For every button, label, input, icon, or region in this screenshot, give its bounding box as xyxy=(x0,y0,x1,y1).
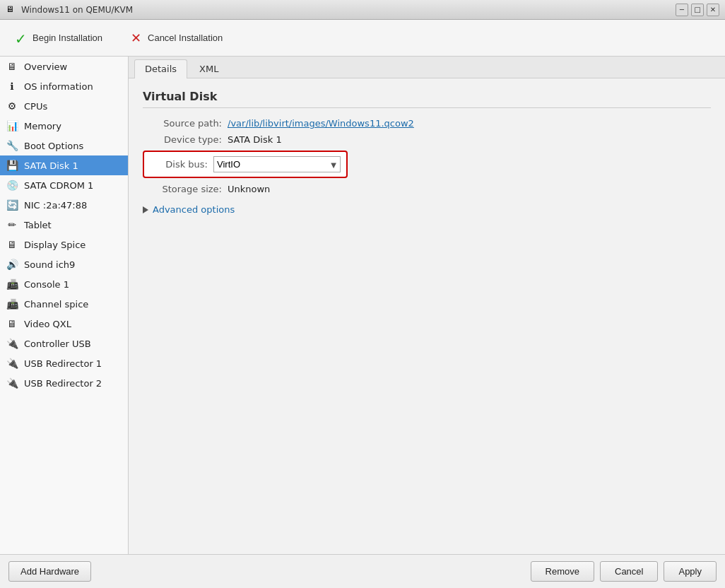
add-hardware-button[interactable]: Add Hardware xyxy=(8,561,91,582)
tab-xml[interactable]: XML xyxy=(189,59,229,78)
sidebar-item-channel-spice[interactable]: 📠Channel spice xyxy=(0,294,128,314)
sidebar-item-memory[interactable]: 📊Memory xyxy=(0,116,128,136)
bottom-right: Remove Cancel Apply xyxy=(531,561,717,582)
sidebar-item-nic[interactable]: 🔄NIC :2a:47:88 xyxy=(0,195,128,215)
tab-details[interactable]: Details xyxy=(134,59,187,78)
sidebar-item-os-information[interactable]: ℹOS information xyxy=(0,76,128,96)
display-spice-icon: 🖥 xyxy=(6,238,18,251)
usb-redirector-2-icon: 🔌 xyxy=(6,377,18,389)
maximize-button[interactable]: □ xyxy=(691,4,704,16)
advanced-options-row[interactable]: Advanced options xyxy=(143,204,711,215)
cpus-icon: ⚙ xyxy=(6,100,18,112)
device-type-label: Device type: xyxy=(143,134,228,145)
boot-options-label: Boot Options xyxy=(24,141,83,151)
minimize-button[interactable]: − xyxy=(676,4,688,16)
source-path-row: Source path: /var/lib/libvirt/images/Win… xyxy=(143,118,711,129)
video-qxl-label: Video QXL xyxy=(24,319,71,329)
sidebar-item-sound-ich9[interactable]: 🔊Sound ich9 xyxy=(0,254,128,274)
sata-cdrom-1-icon: 💿 xyxy=(6,179,18,192)
device-type-row: Device type: SATA Disk 1 xyxy=(143,134,711,145)
boot-options-icon: 🔧 xyxy=(6,139,18,152)
os-information-icon: ℹ xyxy=(6,80,18,93)
cancel-installation-button[interactable]: ✕ Cancel Installation xyxy=(122,28,228,49)
storage-size-value: Unknown xyxy=(228,184,270,194)
tablet-label: Tablet xyxy=(24,220,52,230)
bottom-bar: Add Hardware Remove Cancel Apply xyxy=(0,554,725,588)
sidebar-item-usb-redirector-2[interactable]: 🔌USB Redirector 2 xyxy=(0,373,128,393)
sidebar-item-usb-redirector-1[interactable]: 🔌USB Redirector 1 xyxy=(0,353,128,373)
sidebar-item-video-qxl[interactable]: 🖥Video QXL xyxy=(0,314,128,334)
overview-icon: 🖥 xyxy=(6,60,18,73)
sidebar-item-display-spice[interactable]: 🖥Display Spice xyxy=(0,235,128,254)
window-title: Windows11 on QEMU/KVM xyxy=(21,5,133,15)
device-type-value: SATA Disk 1 xyxy=(228,134,282,145)
cancel-installation-label: Cancel Installation xyxy=(148,33,223,43)
usb-redirector-1-label: USB Redirector 1 xyxy=(24,358,102,369)
disk-bus-label: Disk bus: xyxy=(150,159,213,170)
triangle-right-icon xyxy=(143,206,148,213)
controller-usb-label: Controller USB xyxy=(24,339,91,349)
sidebar: 🖥OverviewℹOS information⚙CPUs📊Memory🔧Boo… xyxy=(0,57,129,554)
disk-bus-select-wrapper: VirtIOIDESATASCSIUSBSD xyxy=(213,156,341,172)
advanced-options-label: Advanced options xyxy=(153,204,235,215)
nic-label: NIC :2a:47:88 xyxy=(24,200,87,211)
memory-icon: 📊 xyxy=(6,119,18,132)
source-path-value[interactable]: /var/lib/libvirt/images/Windows11.qcow2 xyxy=(228,118,414,129)
app-icon: 🖥 xyxy=(6,4,17,16)
sidebar-item-sata-disk-1[interactable]: 💾SATA Disk 1 xyxy=(0,155,128,175)
disk-bus-row: Disk bus: VirtIOIDESATASCSIUSBSD xyxy=(143,151,348,178)
channel-spice-label: Channel spice xyxy=(24,299,88,310)
content-area: DetailsXML Virtual Disk Source path: /va… xyxy=(129,57,725,554)
disk-bus-select[interactable]: VirtIOIDESATASCSIUSBSD xyxy=(213,156,341,172)
sidebar-item-tablet[interactable]: ✏Tablet xyxy=(0,215,128,235)
storage-size-label: Storage size: xyxy=(143,184,228,194)
titlebar-left: 🖥 Windows11 on QEMU/KVM xyxy=(6,4,133,16)
sidebar-item-cpus[interactable]: ⚙CPUs xyxy=(0,96,128,116)
overview-label: Overview xyxy=(24,61,67,72)
tablet-icon: ✏ xyxy=(6,218,18,231)
sidebar-item-overview[interactable]: 🖥Overview xyxy=(0,57,128,76)
remove-button[interactable]: Remove xyxy=(531,561,594,582)
check-icon: ✓ xyxy=(13,30,28,46)
os-information-label: OS information xyxy=(24,81,93,92)
controller-usb-icon: 🔌 xyxy=(6,337,18,350)
sound-ich9-label: Sound ich9 xyxy=(24,259,75,270)
cancel-button[interactable]: Cancel xyxy=(600,561,658,582)
nic-icon: 🔄 xyxy=(6,199,18,211)
memory-label: Memory xyxy=(24,121,61,131)
console-1-label: Console 1 xyxy=(24,279,69,290)
titlebar: 🖥 Windows11 on QEMU/KVM − □ ✕ xyxy=(0,0,725,20)
sound-ich9-icon: 🔊 xyxy=(6,258,18,271)
toolbar: ✓ Begin Installation ✕ Cancel Installati… xyxy=(0,20,725,57)
cancel-icon: ✕ xyxy=(128,30,143,46)
main-layout: 🖥OverviewℹOS information⚙CPUs📊Memory🔧Boo… xyxy=(0,57,725,554)
usb-redirector-1-icon: 🔌 xyxy=(6,357,18,370)
close-button[interactable]: ✕ xyxy=(707,4,719,16)
begin-installation-label: Begin Installation xyxy=(33,33,102,43)
tab-bar: DetailsXML xyxy=(129,57,725,78)
channel-spice-icon: 📠 xyxy=(6,298,18,310)
bottom-left: Add Hardware xyxy=(8,561,91,582)
apply-button[interactable]: Apply xyxy=(664,561,717,582)
usb-redirector-2-label: USB Redirector 2 xyxy=(24,378,102,389)
sidebar-item-console-1[interactable]: 📠Console 1 xyxy=(0,274,128,294)
begin-installation-button[interactable]: ✓ Begin Installation xyxy=(7,28,108,49)
section-title: Virtual Disk xyxy=(143,90,711,108)
console-1-icon: 📠 xyxy=(6,278,18,290)
storage-size-row: Storage size: Unknown xyxy=(143,184,711,194)
sata-disk-1-label: SATA Disk 1 xyxy=(24,160,78,171)
cpus-label: CPUs xyxy=(24,101,47,112)
sidebar-item-controller-usb[interactable]: 🔌Controller USB xyxy=(0,334,128,353)
sata-disk-1-icon: 💾 xyxy=(6,159,18,172)
content-body: Virtual Disk Source path: /var/lib/libvi… xyxy=(129,78,725,226)
sidebar-item-boot-options[interactable]: 🔧Boot Options xyxy=(0,136,128,155)
sata-cdrom-1-label: SATA CDROM 1 xyxy=(24,180,93,191)
display-spice-label: Display Spice xyxy=(24,240,86,250)
video-qxl-icon: 🖥 xyxy=(6,317,18,330)
sidebar-item-sata-cdrom-1[interactable]: 💿SATA CDROM 1 xyxy=(0,175,128,195)
titlebar-controls: − □ ✕ xyxy=(676,4,719,16)
source-path-label: Source path: xyxy=(143,118,228,129)
